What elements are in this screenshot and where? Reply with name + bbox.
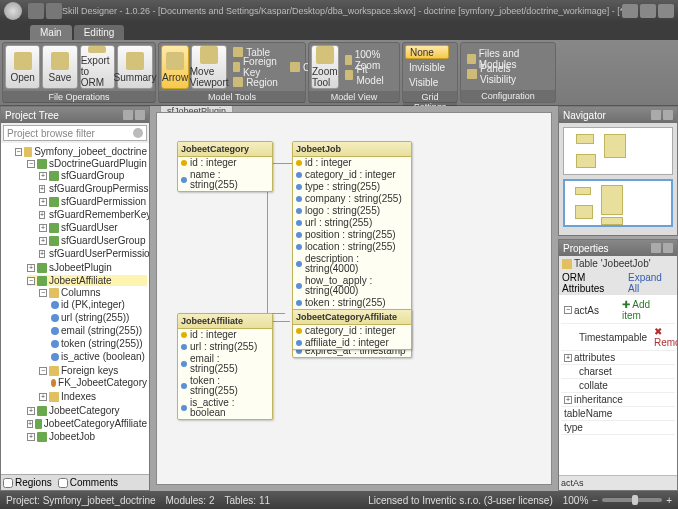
tree-item-selected[interactable]: −JobeetAffiliate [27,275,147,286]
save-button[interactable]: Save [42,45,77,89]
navigator-thumb[interactable] [563,127,673,175]
orm-attributes-label: ORM Attributes [562,272,628,294]
grid-visible-button[interactable]: Visible [405,75,449,89]
tree-fks[interactable]: −Foreign keys [39,365,147,376]
properties-table-label: Table 'JobeetJob' [574,258,651,269]
group-modelview-label: Model View [309,91,399,103]
tree-item[interactable]: +JobeetCategory [27,405,147,416]
panels-visibility-button[interactable]: Panels Visibility [463,67,553,81]
entity-box[interactable]: JobeetCategoryAffiliatecategory_id : int… [292,309,412,350]
tree-field[interactable]: is_active (boolean) [51,351,147,362]
tree-root[interactable]: −Symfony_jobeet_doctrine [15,146,147,157]
maximize-button[interactable] [640,4,656,18]
property-row[interactable]: type [561,421,675,435]
properties-footer: actAs [559,475,677,490]
panel-close-icon[interactable] [663,110,673,120]
fit-model-button[interactable]: Fit Model [341,68,397,82]
arrow-icon [166,52,184,70]
tree-item[interactable]: +sfGuardPermission [39,196,147,207]
expand-all-link[interactable]: Expand All [628,272,674,294]
tree-plugin[interactable]: −sDoctrineGuardPlugin [27,158,147,169]
navigator-thumb-active[interactable] [563,179,673,227]
comments-checkbox[interactable]: Comments [58,477,118,488]
regions-checkbox[interactable]: Regions [3,477,52,488]
remove-link[interactable]: ✖ Remove [653,325,677,349]
property-row[interactable]: −actAs✚ Add item [561,297,675,324]
save-icon [51,52,69,70]
panel-pin-icon[interactable] [651,243,661,253]
tree-item[interactable]: +JobeetCategoryAffiliate [27,418,147,429]
qat-open-icon[interactable] [28,3,44,19]
diagram-canvas[interactable]: JobeetCategoryid : integername : string(… [156,112,552,485]
project-tree-panel: Project Tree Project browse filter −Symf… [0,106,150,491]
tree-field[interactable]: token (string(255)) [51,338,147,349]
property-row[interactable]: Timestampable✖ Remove [561,324,675,351]
move-viewport-button[interactable]: Move Viewport [191,45,227,89]
grid-invisible-button[interactable]: Invisible [405,60,449,74]
project-tree-title: Project Tree [5,110,59,121]
entity-field: how_to_apply : string(4000) [293,275,411,297]
tree-columns[interactable]: −Columns [39,287,147,298]
entity-field: url : string(255) [293,217,411,229]
tree-field[interactable]: email (string(255)) [51,325,147,336]
panel-pin-icon[interactable] [123,110,133,120]
tree-item[interactable]: +JobeetJob [27,431,147,442]
property-row[interactable]: collate [561,379,675,393]
project-filter-input[interactable]: Project browse filter [3,125,147,141]
fit-icon [345,70,354,80]
tree-field[interactable]: url (string(255)) [51,312,147,323]
tree-plugin[interactable]: +sJobeetPlugin [27,262,147,273]
status-tables: Tables: 11 [224,495,270,506]
tree-item[interactable]: +sfGuardRememberKey [39,209,147,220]
arrow-tool-button[interactable]: Arrow [161,45,189,89]
property-row[interactable]: +attributes [561,351,675,365]
panels-icon [467,69,477,79]
group-modeltools-label: Model Tools [159,91,305,103]
property-row[interactable]: +inheritance [561,393,675,407]
panel-close-icon[interactable] [135,110,145,120]
panel-pin-icon[interactable] [651,110,661,120]
files-icon [467,54,476,64]
open-icon [14,52,32,70]
tree-fk[interactable]: FK_JobeetCategory [51,377,147,388]
tree-item[interactable]: +sfGuardGroupPermission [39,183,147,194]
summary-button[interactable]: Summary [117,45,153,89]
tree-item[interactable]: +sfGuardGroup [39,170,147,181]
panel-close-icon[interactable] [663,243,673,253]
close-button[interactable] [658,4,674,18]
entity-field: id : integer [178,157,272,169]
region-tool-button[interactable]: Region [229,75,284,89]
entity-field: location : string(255) [293,241,411,253]
property-row[interactable]: tableName [561,407,675,421]
entity-field: affiliate_id : integer [293,337,411,349]
entity-field: name : string(255) [178,169,272,191]
minimize-button[interactable] [622,4,638,18]
entity-field: id : integer [178,329,272,341]
entity-box[interactable]: JobeetAffiliateid : integerurl : string(… [177,313,273,420]
property-row[interactable]: charset [561,365,675,379]
tree-item[interactable]: +sfGuardUserGroup [39,235,147,246]
add-item-link[interactable]: ✚ Add item [621,298,672,322]
navigator-panel: Navigator [558,106,678,236]
group-file-label: File Operations [3,91,155,103]
entity-title: JobeetJob [293,142,411,157]
fk-tool-button[interactable]: Foreign Key [229,60,284,74]
tab-editing[interactable]: Editing [74,25,125,40]
zoom-tool-button[interactable]: Zoom Tool [311,45,339,89]
entity-box[interactable]: JobeetCategoryid : integername : string(… [177,141,273,192]
entity-field: category_id : integer [293,169,411,181]
export-button[interactable]: Export to ORM [80,45,115,89]
zoom-out-button[interactable]: − [592,495,598,506]
tree-field[interactable]: id (PK,integer) [51,299,147,310]
tree-indexes[interactable]: +Indexes [39,391,147,402]
entity-title: JobeetCategoryAffiliate [293,310,411,325]
open-button[interactable]: Open [5,45,40,89]
tree-item[interactable]: +sfGuardUserPermission [39,248,147,259]
zoom-in-button[interactable]: + [666,495,672,506]
zoom-slider[interactable] [602,498,662,502]
tree-item[interactable]: +sfGuardUser [39,222,147,233]
tab-main[interactable]: Main [30,25,72,40]
grid-none-button[interactable]: None [405,45,449,59]
entity-field: company : string(255) [293,193,411,205]
qat-save-icon[interactable] [46,3,62,19]
